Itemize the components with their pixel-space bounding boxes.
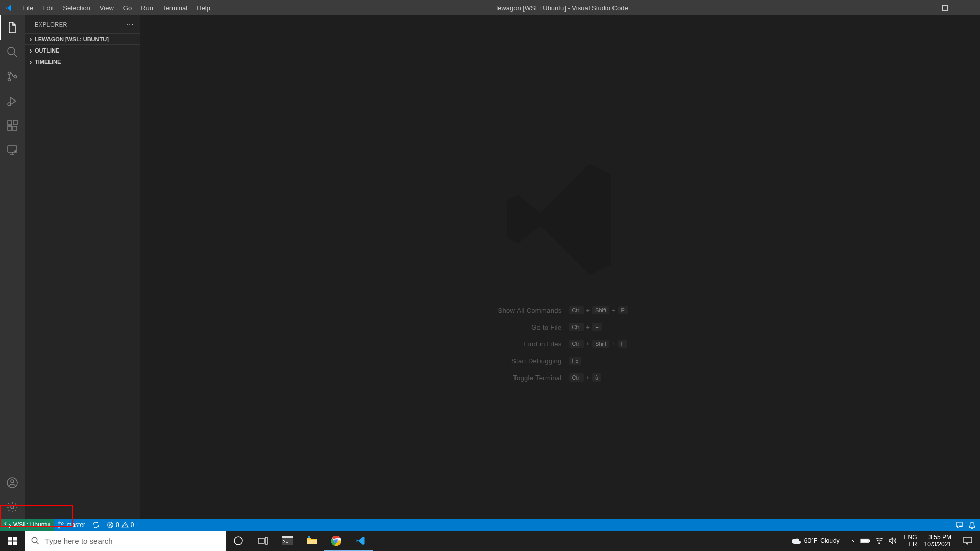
search-icon[interactable] xyxy=(0,40,24,64)
shortcut-row: Find in FilesCtrl+Shift+F xyxy=(460,340,661,348)
svg-point-12 xyxy=(14,150,16,152)
svg-point-17 xyxy=(58,527,60,528)
action-center-icon[interactable] xyxy=(955,531,980,551)
shortcut-label: Start Debugging xyxy=(460,357,562,365)
problems-item[interactable]: 0 0 xyxy=(103,519,137,531)
clock[interactable]: 3:55 PM 10/3/2021 xyxy=(920,534,955,548)
svg-point-2 xyxy=(8,47,15,55)
sidebar-section-label: OUTLINE xyxy=(35,47,59,54)
settings-gear-icon[interactable] xyxy=(0,495,24,519)
svg-point-25 xyxy=(234,537,242,545)
taskbar-search[interactable]: Type here to search xyxy=(24,531,226,551)
vscode-app-icon[interactable] xyxy=(349,531,373,551)
svg-rect-29 xyxy=(282,536,293,538)
run-debug-icon[interactable] xyxy=(0,89,24,113)
explorer-icon[interactable] xyxy=(0,15,24,40)
svg-rect-22 xyxy=(8,541,12,545)
branch-name: master xyxy=(66,521,85,529)
svg-rect-7 xyxy=(8,121,12,125)
shortcut-label: Show All Commands xyxy=(460,307,562,314)
vscode-watermark-icon xyxy=(494,153,627,286)
menu-terminal[interactable]: Terminal xyxy=(158,0,192,15)
svg-rect-1 xyxy=(942,5,947,10)
error-icon xyxy=(107,521,114,529)
shortcut-row: Go to FileCtrl+E xyxy=(460,323,661,331)
task-view-icon[interactable] xyxy=(251,531,275,551)
wifi-icon[interactable] xyxy=(875,537,884,544)
sidebar-section-outline[interactable]: › OUTLINE xyxy=(24,44,140,56)
sidebar-more-icon[interactable]: ··· xyxy=(126,20,134,29)
volume-icon[interactable] xyxy=(889,537,897,544)
search-icon xyxy=(31,536,40,545)
cortana-icon[interactable] xyxy=(226,531,251,551)
menu-edit[interactable]: Edit xyxy=(38,0,58,15)
menu-run[interactable]: Run xyxy=(136,0,158,15)
svg-point-24 xyxy=(32,537,37,543)
svg-rect-37 xyxy=(869,540,870,542)
menu-view[interactable]: View xyxy=(95,0,118,15)
accounts-icon[interactable] xyxy=(0,470,24,495)
bell-icon[interactable] xyxy=(968,521,976,529)
sidebar-section-label: LEWAGON [WSL: UBUNTU] xyxy=(35,36,109,42)
search-placeholder: Type here to search xyxy=(45,537,113,545)
svg-point-5 xyxy=(14,76,17,78)
git-branch-item[interactable]: master xyxy=(54,519,89,531)
svg-rect-38 xyxy=(861,539,868,542)
sidebar-title: EXPLORER xyxy=(35,21,67,28)
terminal-app-icon[interactable] xyxy=(275,531,300,551)
sidebar-section-timeline[interactable]: › TIMELINE xyxy=(24,56,140,67)
menu-file[interactable]: File xyxy=(18,0,38,15)
warning-icon xyxy=(121,521,129,529)
svg-point-18 xyxy=(62,523,63,524)
editor-area: Show All CommandsCtrl+Shift+PGo to FileC… xyxy=(140,15,980,519)
file-explorer-app-icon[interactable] xyxy=(300,531,324,551)
chevron-right-icon: › xyxy=(27,46,35,55)
svg-point-16 xyxy=(58,522,60,523)
svg-rect-20 xyxy=(8,537,12,541)
svg-rect-0 xyxy=(919,8,924,8)
sidebar: EXPLORER ··· › LEWAGON [WSL: UBUNTU] › O… xyxy=(24,15,140,519)
remote-label: WSL: Ubuntu xyxy=(13,521,50,529)
plus-separator: + xyxy=(586,374,590,381)
shortcuts-list: Show All CommandsCtrl+Shift+PGo to FileC… xyxy=(460,306,661,382)
sidebar-section-project[interactable]: › LEWAGON [WSL: UBUNTU] xyxy=(24,33,140,44)
start-button[interactable] xyxy=(0,531,24,551)
close-button[interactable] xyxy=(957,0,980,15)
branch-icon xyxy=(57,521,64,529)
source-control-icon[interactable] xyxy=(0,64,24,89)
chrome-app-icon[interactable] xyxy=(324,531,349,551)
menu-selection[interactable]: Selection xyxy=(58,0,94,15)
remote-explorer-icon[interactable] xyxy=(0,138,24,162)
feedback-icon[interactable] xyxy=(955,521,963,529)
sync-item[interactable] xyxy=(89,519,103,531)
menu-bar: File Edit Selection View Go Run Terminal… xyxy=(18,0,215,15)
svg-rect-10 xyxy=(13,120,17,124)
menu-help[interactable]: Help xyxy=(192,0,215,15)
plus-separator: + xyxy=(586,307,590,313)
language-indicator[interactable]: ENG FR xyxy=(901,534,920,548)
minimize-button[interactable] xyxy=(910,0,933,15)
shortcut-label: Find in Files xyxy=(460,340,562,348)
shortcut-row: Toggle TerminalCtrl+ù xyxy=(460,373,661,382)
shortcut-row: Show All CommandsCtrl+Shift+P xyxy=(460,306,661,314)
keycap: F xyxy=(618,340,628,348)
maximize-button[interactable] xyxy=(933,0,957,15)
window-controls xyxy=(910,0,980,15)
remote-icon xyxy=(4,522,11,528)
svg-point-15 xyxy=(11,506,14,509)
svg-rect-8 xyxy=(8,126,12,130)
extensions-icon[interactable] xyxy=(0,113,24,138)
shortcut-keys: Ctrl+ù xyxy=(569,373,661,382)
weather-widget[interactable]: 60°F Cloudy xyxy=(786,537,845,545)
shortcut-label: Go to File xyxy=(460,323,562,331)
shortcut-keys: Ctrl+Shift+P xyxy=(569,306,661,314)
svg-point-14 xyxy=(11,480,14,483)
battery-icon[interactable] xyxy=(860,538,870,544)
menu-go[interactable]: Go xyxy=(118,0,136,15)
remote-wsl-badge[interactable]: WSL: Ubuntu xyxy=(0,519,54,531)
svg-rect-27 xyxy=(265,537,267,544)
tray-chevron-up-icon[interactable] xyxy=(849,538,855,544)
shortcut-keys: Ctrl+Shift+F xyxy=(569,340,661,348)
time: 3:55 PM xyxy=(928,534,951,541)
svg-point-3 xyxy=(8,72,11,75)
